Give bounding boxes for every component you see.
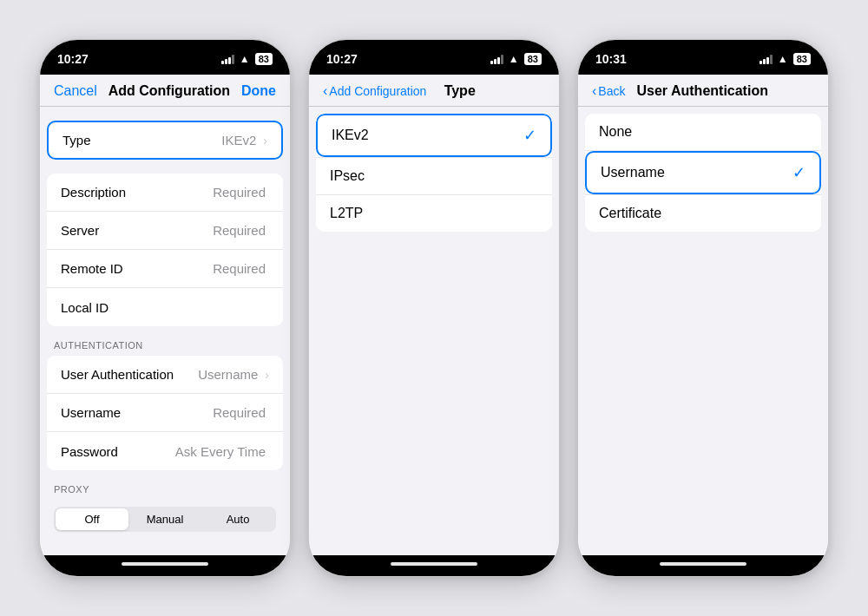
description-placeholder: Required [148,185,269,200]
auth-section-label: AUTHENTICATION [40,326,290,356]
username-option[interactable]: Username ✓ [585,151,821,194]
local-id-label: Local ID [61,300,148,315]
password-row[interactable]: Password Ask Every Time [47,432,283,470]
back-button-2[interactable]: ‹ Add Configuration [323,83,426,99]
proxy-off-button[interactable]: Off [56,508,128,530]
phone-body-3: None Username ✓ Certificate [578,107,828,555]
ikev2-label: IKEv2 [332,128,369,143]
type-options-group: IKEv2 ✓ IPsec L2TP [316,114,552,232]
status-bar-1: 10:27 ▲ 83 [40,40,290,75]
password-label: Password [61,444,148,459]
auth-group: User Authentication Username › Username … [47,356,283,470]
certificate-option[interactable]: Certificate [585,194,821,232]
type-chevron-icon: › [263,134,267,147]
phone-3: 10:31 ▲ 83 ‹ Back User Authentication No… [577,39,829,577]
home-indicator-1 [40,555,290,576]
back-label-2: Add Configuration [329,84,426,98]
proxy-auto-button[interactable]: Auto [201,508,274,530]
phone-body-1: Type IKEv2 › Description Required Server… [40,107,290,555]
remote-id-row[interactable]: Remote ID Required [47,250,283,288]
ipsec-label: IPsec [330,168,365,184]
type-label: Type [62,133,149,147]
certificate-label: Certificate [599,206,661,221]
none-label: None [599,124,632,140]
status-icons-3: ▲ 83 [760,53,811,65]
home-indicator-3 [578,555,828,576]
nav-bar-2: ‹ Add Configuration Type [309,75,559,107]
proxy-segmented: Off Manual Auto [54,507,276,532]
cancel-button[interactable]: Cancel [54,83,97,99]
home-bar-3 [660,562,746,566]
description-row[interactable]: Description Required [47,174,283,212]
time-3: 10:31 [595,52,627,66]
done-button[interactable]: Done [241,83,276,99]
password-placeholder: Ask Every Time [148,444,269,459]
phone-2: 10:27 ▲ 83 ‹ Add Configuration Type IKEv… [308,39,560,577]
back-button-3[interactable]: ‹ Back [592,83,625,99]
fields-group: Description Required Server Required Rem… [47,174,283,326]
wifi-icon-2: ▲ [509,53,519,65]
signal-icon-2 [490,55,503,64]
back-label-3: Back [598,84,625,98]
battery-2: 83 [524,53,542,65]
none-option[interactable]: None [585,114,821,151]
username-auth-label: Username [601,165,665,180]
l2tp-option[interactable]: L2TP [316,194,552,232]
status-icons-2: ▲ 83 [490,53,542,65]
l2tp-label: L2TP [330,206,363,221]
nav-title-1: Add Configuration [108,83,230,99]
battery-3: 83 [793,53,811,65]
wifi-icon-1: ▲ [240,53,250,65]
server-label: Server [61,223,148,238]
user-auth-value: Username [174,367,261,382]
home-bar-2 [391,562,477,566]
username-row[interactable]: Username Required [47,394,283,432]
auth-list: User Authentication Username › Username … [47,356,283,470]
description-label: Description [61,185,148,200]
remote-id-label: Remote ID [61,261,148,276]
ikev2-check-icon: ✓ [523,126,536,145]
type-value: IKEv2 [149,133,260,147]
status-bar-2: 10:27 ▲ 83 [309,40,559,75]
ikev2-option[interactable]: IKEv2 ✓ [316,114,552,157]
nav-title-3: User Authentication [637,83,768,99]
ipsec-option[interactable]: IPsec [316,157,552,194]
status-icons-1: ▲ 83 [221,53,273,65]
nav-bar-3: ‹ Back User Authentication [578,75,828,107]
nav-title-2: Type [444,83,476,99]
server-placeholder: Required [148,223,269,238]
username-placeholder: Required [148,405,269,420]
remote-id-placeholder: Required [148,261,269,276]
fields-list: Description Required Server Required Rem… [47,174,283,326]
username-check-icon: ✓ [792,163,806,182]
nav-bar-1: Cancel Add Configuration Done [40,75,290,107]
type-row[interactable]: Type IKEv2 › [47,121,283,160]
home-indicator-2 [309,555,559,576]
time-2: 10:27 [326,52,358,66]
auth-options-group: None Username ✓ Certificate [585,114,821,232]
wifi-icon-3: ▲ [778,53,788,65]
back-arrow-icon-2: ‹ [323,83,327,99]
proxy-manual-button[interactable]: Manual [128,508,201,530]
user-auth-label: User Authentication [61,367,174,382]
battery-1: 83 [255,53,273,65]
signal-icon-3 [760,55,773,64]
proxy-section-label: PROXY [40,470,290,500]
back-arrow-icon-3: ‹ [592,83,596,99]
home-bar-1 [122,562,208,566]
local-id-row[interactable]: Local ID [47,288,283,326]
phone-body-2: IKEv2 ✓ IPsec L2TP [309,107,559,555]
phone-1: 10:27 ▲ 83 Cancel Add Configuration Done… [39,39,291,577]
time-1: 10:27 [57,52,89,66]
signal-icon-1 [221,55,234,64]
status-bar-3: 10:31 ▲ 83 [578,40,828,75]
user-auth-row[interactable]: User Authentication Username › [47,356,283,394]
username-label: Username [61,405,148,420]
server-row[interactable]: Server Required [47,212,283,250]
user-auth-chevron-icon: › [265,368,269,382]
